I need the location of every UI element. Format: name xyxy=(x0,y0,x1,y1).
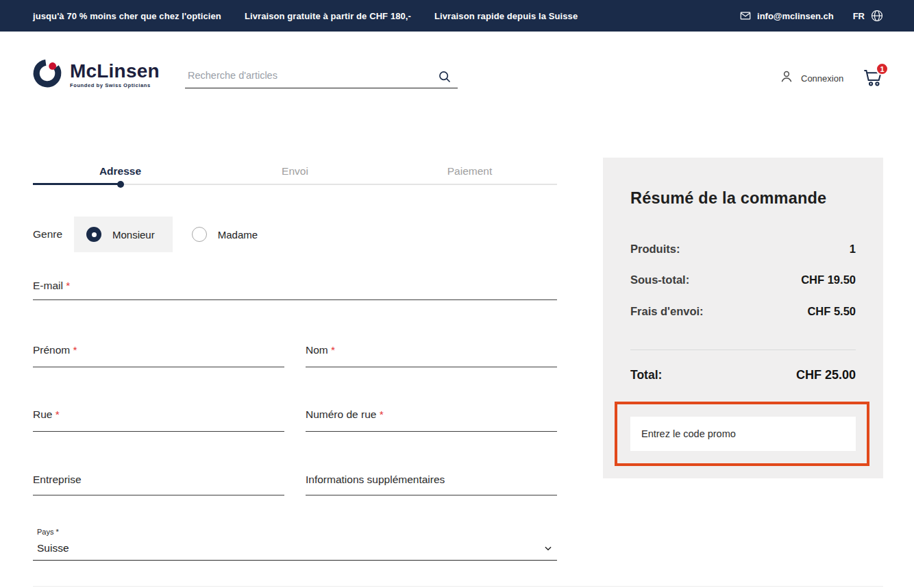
summary-row-subtotal: Sous-total: CHF 19.50 xyxy=(630,272,856,287)
mail-icon xyxy=(739,10,752,22)
checkout-page: jusqu'à 70 % moins cher que chez l'optic… xyxy=(0,0,914,588)
firstname-label: Prénom * xyxy=(33,343,284,357)
checkout-steps: Adresse Envoi Paiement xyxy=(33,162,557,185)
step-paiement[interactable]: Paiement xyxy=(382,162,557,184)
summary-row-total: Total: CHF 25.00 xyxy=(630,367,856,382)
lastname-label: Nom * xyxy=(306,343,557,357)
globe-icon xyxy=(870,9,884,23)
company-input[interactable] xyxy=(33,487,284,495)
summary-row-products-value: 1 xyxy=(850,243,856,256)
order-summary-title: Résumé de la commande xyxy=(630,189,826,208)
summary-row-subtotal-label: Sous-total: xyxy=(630,273,689,286)
additional-info-input[interactable] xyxy=(306,487,557,495)
additional-info-field-group: Informations supplémentaires xyxy=(306,473,557,495)
summary-total-value: CHF 25.00 xyxy=(796,368,856,382)
login-button[interactable]: Connexion xyxy=(778,69,843,88)
summary-row-shipping-label: Frais d'envoi: xyxy=(630,305,704,318)
gender-option-madame-label: Madame xyxy=(218,229,258,241)
brand-tagline: Founded by Swiss Opticians xyxy=(70,82,160,88)
summary-row-products-label: Produits: xyxy=(630,243,680,256)
promo-code-input[interactable] xyxy=(630,417,856,451)
brand-name: McLinsen xyxy=(70,61,160,82)
company-label: Entreprise xyxy=(33,473,284,487)
promo-message-2: Livraison gratuite à partir de CHF 180,- xyxy=(245,11,411,21)
cart-button[interactable]: 1 xyxy=(862,66,887,90)
country-select[interactable]: Pays * Suisse xyxy=(33,525,557,561)
street-number-input[interactable] xyxy=(306,421,557,432)
top-promo-bar: jusqu'à 70 % moins cher que chez l'optic… xyxy=(0,0,914,32)
promo-messages: jusqu'à 70 % moins cher que chez l'optic… xyxy=(33,11,578,21)
firstname-field-group: Prénom * xyxy=(33,343,284,367)
lastname-field-group: Nom * xyxy=(306,343,557,367)
country-label: Pays * xyxy=(37,528,59,536)
street-input[interactable] xyxy=(33,421,284,432)
gender-option-monsieur-label: Monsieur xyxy=(112,229,155,241)
order-summary-panel: Résumé de la commande Produits: 1 Sous-t… xyxy=(603,158,883,478)
summary-row-shipping: Frais d'envoi: CHF 5.50 xyxy=(630,304,856,319)
step-progress-dot xyxy=(117,181,124,188)
summary-divider xyxy=(630,350,856,350)
topbar-right: info@mclinsen.ch FR xyxy=(739,9,884,23)
chevron-down-icon xyxy=(543,543,553,556)
search-bar xyxy=(185,64,458,88)
summary-total-label: Total: xyxy=(630,368,662,382)
language-selector[interactable]: FR xyxy=(853,9,884,23)
gender-option-monsieur[interactable]: Monsieur xyxy=(74,217,173,252)
lastname-input[interactable] xyxy=(306,357,557,367)
step-envoi[interactable]: Envoi xyxy=(208,162,382,184)
contact-email-text: info@mclinsen.ch xyxy=(757,11,834,21)
cart-count-badge: 1 xyxy=(876,62,889,75)
brand-logo-mark-icon xyxy=(32,58,63,92)
street-number-field-group: Numéro de rue * xyxy=(306,408,557,432)
street-number-label: Numéro de rue * xyxy=(306,408,557,421)
company-field-group: Entreprise xyxy=(33,473,284,495)
brand-text: McLinsen Founded by Swiss Opticians xyxy=(70,61,160,88)
gender-label: Genre xyxy=(33,228,74,241)
gender-row: Genre Monsieur Madame xyxy=(33,217,258,252)
search-icon[interactable] xyxy=(437,69,452,87)
email-label: E-mail * xyxy=(33,279,557,293)
promo-message-1: jusqu'à 70 % moins cher que chez l'optic… xyxy=(33,11,221,21)
cart-icon xyxy=(862,79,884,90)
promo-message-3: Livraison rapide depuis la Suisse xyxy=(434,11,578,21)
country-value: Suisse xyxy=(37,542,69,554)
step-progress-bar xyxy=(33,183,121,185)
summary-row-shipping-value: CHF 5.50 xyxy=(807,305,856,318)
email-field-group: E-mail * xyxy=(33,279,557,300)
radio-madame-icon[interactable] xyxy=(192,227,207,242)
user-icon xyxy=(778,69,795,88)
search-input[interactable] xyxy=(185,64,458,88)
street-label: Rue * xyxy=(33,408,284,421)
brand-logo[interactable]: McLinsen Founded by Swiss Opticians xyxy=(32,58,160,92)
login-label: Connexion xyxy=(801,73,843,84)
summary-row-subtotal-value: CHF 19.50 xyxy=(801,273,856,286)
summary-row-products: Produits: 1 xyxy=(630,241,856,256)
street-field-group: Rue * xyxy=(33,408,284,432)
contact-email-link[interactable]: info@mclinsen.ch xyxy=(739,10,834,22)
language-code: FR xyxy=(853,11,865,21)
radio-monsieur-icon[interactable] xyxy=(86,227,101,242)
section-divider xyxy=(33,586,883,587)
email-input[interactable] xyxy=(33,293,557,300)
additional-info-label: Informations supplémentaires xyxy=(306,473,557,487)
gender-option-madame[interactable]: Madame xyxy=(192,217,258,252)
firstname-input[interactable] xyxy=(33,357,284,367)
